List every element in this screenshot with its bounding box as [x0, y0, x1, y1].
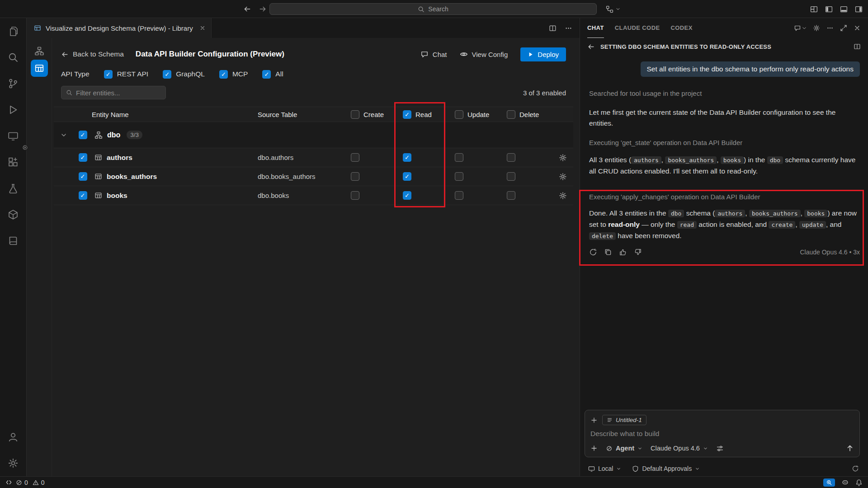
remote-monitor-icon[interactable]: [0, 123, 26, 149]
filter-entities-field[interactable]: [76, 89, 161, 97]
read-column-checkbox[interactable]: [403, 110, 411, 119]
more-actions-icon[interactable]: [565, 24, 572, 32]
close-icon[interactable]: [199, 25, 206, 31]
add-context-icon[interactable]: [590, 417, 598, 424]
search-icon[interactable]: [0, 44, 26, 70]
delete-checkbox[interactable]: [507, 191, 515, 200]
row-settings-gear-icon[interactable]: [559, 173, 567, 181]
toggle-secondary-sidebar-icon[interactable]: [855, 5, 863, 13]
searched-note[interactable]: Searched for tool usage in the project: [589, 89, 860, 97]
back-arrow-icon[interactable]: [243, 5, 251, 13]
update-column-checkbox[interactable]: [455, 110, 463, 119]
status-bar: 0 0: [0, 476, 868, 488]
mcp-checkbox[interactable]: [219, 70, 228, 79]
row-select-checkbox[interactable]: [79, 172, 87, 181]
view-config-button[interactable]: View Config: [460, 50, 508, 58]
thumbs-down-icon[interactable]: [634, 248, 642, 256]
extensions-icon[interactable]: [0, 149, 26, 175]
tool-step[interactable]: Executing 'get_state' operation on Data …: [589, 139, 860, 146]
row-select-checkbox[interactable]: [79, 191, 87, 200]
more-actions-icon[interactable]: [826, 24, 834, 32]
schema-select-checkbox[interactable]: [79, 131, 87, 139]
database-projects-icon[interactable]: [0, 202, 26, 228]
notebook-icon[interactable]: [0, 228, 26, 254]
open-in-editor-icon[interactable]: [854, 43, 861, 50]
editor-tab-bar: Visualize and Design Schema (Preview) - …: [27, 18, 580, 38]
zoom-indicator[interactable]: [823, 479, 835, 487]
rest-api-checkbox[interactable]: [104, 70, 113, 79]
gear-icon[interactable]: [813, 24, 820, 32]
graphql-checkbox[interactable]: [163, 70, 171, 79]
api-type-rest[interactable]: REST API: [104, 70, 149, 79]
account-icon[interactable]: [0, 424, 26, 450]
copilot-icon[interactable]: [841, 479, 849, 486]
close-panel-icon[interactable]: [854, 24, 861, 32]
create-checkbox[interactable]: [351, 153, 359, 162]
api-type-mcp[interactable]: MCP: [219, 70, 248, 79]
update-checkbox[interactable]: [455, 191, 463, 200]
tab-codex[interactable]: CODEX: [671, 18, 693, 38]
chat-input-placeholder[interactable]: Describe what to build: [590, 430, 854, 438]
split-editor-icon[interactable]: [549, 24, 557, 32]
deploy-button[interactable]: Deploy: [520, 47, 566, 61]
api-type-all[interactable]: All: [262, 70, 283, 79]
back-arrow-icon[interactable]: [587, 43, 595, 51]
model-selector[interactable]: Claude Opus 4.6: [651, 445, 708, 452]
session-picker[interactable]: [606, 0, 621, 18]
customize-layout-icon[interactable]: [810, 5, 818, 13]
tab-claude-code[interactable]: CLAUDE CODE: [615, 18, 660, 38]
chevron-down-icon: [637, 446, 642, 451]
row-settings-gear-icon[interactable]: [559, 154, 567, 162]
sync-icon[interactable]: [852, 465, 859, 472]
row-settings-gear-icon[interactable]: [559, 192, 567, 200]
delete-column-checkbox[interactable]: [507, 110, 515, 119]
source-control-icon[interactable]: [0, 70, 26, 97]
delete-checkbox[interactable]: [507, 172, 515, 181]
back-to-schema-link[interactable]: Back to Schema: [61, 50, 124, 58]
remote-indicator-icon[interactable]: [5, 479, 12, 486]
read-checkbox[interactable]: [403, 191, 411, 200]
create-checkbox[interactable]: [351, 172, 359, 181]
all-checkbox[interactable]: [262, 70, 271, 79]
tab-chat[interactable]: CHAT: [587, 18, 604, 38]
api-type-graphql[interactable]: GraphQL: [163, 70, 205, 79]
editor-tab[interactable]: Visualize and Design Schema (Preview) - …: [27, 18, 212, 38]
update-checkbox[interactable]: [455, 172, 463, 181]
chevron-down-icon[interactable]: [60, 131, 67, 139]
explorer-icon[interactable]: [0, 18, 26, 44]
chat-input-box[interactable]: Untitled-1 Describe what to build Agent: [585, 410, 860, 457]
testing-icon[interactable]: [0, 175, 26, 202]
run-debug-icon[interactable]: [0, 97, 26, 123]
dab-config-view-icon[interactable]: [31, 60, 48, 77]
read-checkbox[interactable]: [403, 153, 411, 162]
filter-entities-input[interactable]: [61, 86, 166, 99]
environment-selector[interactable]: Local: [588, 465, 621, 472]
thumbs-up-icon[interactable]: [619, 248, 627, 256]
chat-mode-dropdown-icon[interactable]: [794, 24, 807, 32]
tool-step[interactable]: Executing 'apply_changes' operation on D…: [589, 193, 860, 201]
create-checkbox[interactable]: [351, 191, 359, 200]
read-checkbox[interactable]: [403, 172, 411, 181]
delete-checkbox[interactable]: [507, 153, 515, 162]
copy-icon[interactable]: [604, 248, 612, 256]
visualize-schema-view-icon[interactable]: [31, 42, 48, 60]
tools-sliders-icon[interactable]: [716, 445, 724, 452]
approvals-selector[interactable]: Default Approvals: [632, 465, 700, 472]
row-select-checkbox[interactable]: [79, 153, 87, 162]
update-checkbox[interactable]: [455, 153, 463, 162]
settings-gear-icon[interactable]: [0, 450, 26, 476]
chat-button[interactable]: Chat: [420, 50, 447, 58]
context-chip[interactable]: Untitled-1: [602, 415, 646, 425]
command-center-search[interactable]: Search: [269, 3, 597, 15]
maximize-panel-icon[interactable]: [840, 24, 847, 32]
regenerate-icon[interactable]: [589, 248, 597, 256]
forward-arrow-icon[interactable]: [259, 5, 267, 13]
toggle-sidebar-icon[interactable]: [825, 5, 833, 13]
create-column-checkbox[interactable]: [351, 110, 359, 119]
notifications-bell-icon[interactable]: [855, 479, 863, 486]
problems-indicator[interactable]: 0 0: [16, 479, 45, 486]
attach-icon[interactable]: [590, 445, 598, 452]
mode-selector[interactable]: Agent: [606, 445, 642, 452]
toggle-panel-icon[interactable]: [840, 5, 848, 13]
send-button[interactable]: [846, 444, 854, 452]
